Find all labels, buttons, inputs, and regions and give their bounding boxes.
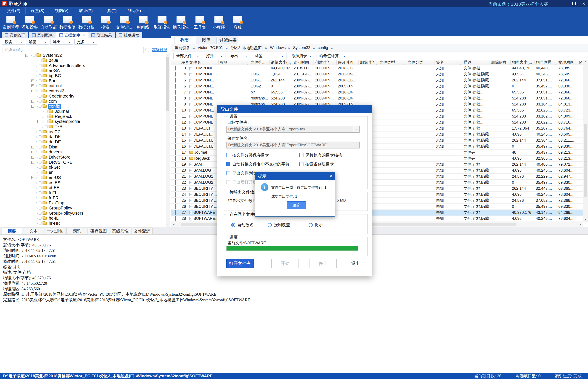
row-checkbox[interactable] [175, 174, 175, 179]
main-tab-取证结果[interactable]: 取证结果 [88, 32, 115, 38]
tree-item-DriverStore[interactable]: +DriverStore [0, 155, 165, 160]
tree-item-he-IL[interactable]: he-IL [0, 216, 165, 221]
dialog-checkbox-自动转换文件名中不支持的字符[interactable]: 自动转换文件名中不支持的字符 [226, 161, 289, 167]
tree-checkbox[interactable] [39, 141, 42, 143]
tree-checkbox[interactable] [39, 79, 42, 82]
dialog-radio-强制覆盖[interactable]: 强制覆盖 [268, 222, 290, 228]
breadcrumb-item[interactable]: Victor_PC.E01 [197, 46, 223, 50]
tree-checkbox[interactable] [39, 135, 42, 138]
action-button-标签[interactable]: 标签 [252, 53, 286, 59]
column-header-物理大小(...[interactable]: 物理大小(... [511, 60, 535, 65]
tree-checkbox[interactable] [39, 166, 42, 169]
tree-item-es-ES[interactable]: es-ES [0, 180, 165, 185]
column-header-访问时间[interactable]: 访问时间 [292, 60, 314, 65]
main-tab-案例管理[interactable]: 案例管理 [2, 32, 28, 38]
tree-checkbox[interactable] [39, 105, 42, 108]
tree-item-GroupPolicy[interactable]: GroupPolicy [0, 205, 165, 211]
toolbar-button-客服[interactable]: 客服 [228, 14, 247, 31]
tree-item-com[interactable]: +com [0, 99, 165, 104]
breadcrumb-item[interactable]: Windows [270, 46, 286, 50]
row-checkbox[interactable] [175, 162, 175, 167]
row-checkbox[interactable] [175, 156, 175, 161]
toolbar-button-数据分析[interactable]: 数据分析 [77, 14, 96, 31]
dialog-button-开始[interactable]: 开始 [271, 259, 299, 268]
table-vertical-scrollbar[interactable]: ▲ ▼ [583, 60, 588, 222]
tree-item-bg-BG[interactable]: bg-BG [0, 73, 165, 79]
tree-checkbox[interactable] [39, 212, 42, 215]
tree-checkbox[interactable] [39, 90, 42, 92]
tree-checkbox[interactable] [45, 115, 48, 118]
column-header-物理扇区[interactable]: 物理扇区 [557, 60, 578, 65]
tree-expander-icon[interactable]: + [31, 79, 34, 82]
tree-scroll-thumb[interactable] [166, 57, 169, 111]
action-button-打开[interactable]: 打开 [203, 53, 225, 59]
tree-expander-icon[interactable]: + [31, 161, 34, 164]
dialog-checkbox-保持原有的目录结构[interactable]: 保持原有的目录结构 [299, 152, 342, 158]
tree-item-RegBack[interactable]: RegBack [0, 114, 165, 119]
table-row[interactable]: 5COMPON...LOG1262,1442009-07-...2009-07-… [171, 77, 583, 83]
advanced-filter-link[interactable]: 高级过滤 [152, 47, 167, 52]
column-header-序号[interactable]: 序号 [180, 60, 188, 65]
column-header-删除信息[interactable]: 删除信息 [490, 60, 511, 65]
browse-button[interactable]: ... [353, 126, 360, 133]
tree-checkbox[interactable] [39, 156, 42, 158]
tree-checkbox[interactable] [39, 186, 42, 189]
toolbar-button-工具集[interactable]: 工具集 [191, 14, 209, 31]
dialog-button-退出[interactable]: 退出 [342, 259, 369, 268]
tab-close-icon[interactable] [82, 33, 85, 37]
tree-item-fi-FI[interactable]: fi-FI [0, 190, 165, 195]
tree-item-0409[interactable]: 0409 [0, 58, 165, 63]
row-checkbox[interactable] [175, 78, 175, 82]
row-checkbox[interactable] [175, 132, 175, 137]
table-vscroll-thumb[interactable] [584, 124, 587, 197]
main-tab-案例概览[interactable]: 案例概览 [29, 32, 56, 38]
column-header-文件类型[interactable]: 文件类型 [378, 60, 406, 65]
menu-item-文件(F)[interactable]: 文件(F) [2, 7, 26, 14]
row-checkbox[interactable] [175, 108, 175, 112]
column-header-物理位置[interactable]: 物理位置 [535, 60, 557, 65]
breadcrumb-item[interactable]: 分区3_本地磁盘[E] [230, 45, 263, 50]
toolbar-button-自动取证[interactable]: 自动取证 [39, 14, 58, 31]
tree-expander-icon[interactable]: + [31, 146, 34, 148]
save-name-input[interactable]: D:\新建文件夹\2018美亚杯个人赛\ExportFile\SOFTWARE [226, 142, 360, 148]
toolbar-button-摘录报告[interactable]: 摘录报告 [172, 14, 191, 31]
tree-checkbox[interactable] [39, 197, 42, 199]
tree-expander-icon[interactable]: + [31, 100, 34, 103]
breadcrumb-item[interactable]: System32 [293, 46, 310, 50]
column-header-描述[interactable]: 描述 [462, 60, 490, 65]
tree-checkbox[interactable] [39, 146, 42, 148]
dialog-checkbox-按文件分类保存目录[interactable]: 按文件分类保存目录 [226, 152, 269, 158]
row-checkbox[interactable] [175, 72, 175, 77]
tree-checkbox[interactable] [39, 217, 42, 220]
tree-item-hr-HR[interactable]: hr-HR [0, 221, 165, 226]
detail-tab-高级属性[interactable]: 高级属性 [110, 228, 131, 234]
view-tab-列表[interactable]: 列表 [174, 36, 195, 44]
tree-item-Journal[interactable]: Journal [0, 109, 165, 114]
tree-checkbox[interactable] [39, 59, 42, 62]
tree-checkbox[interactable] [45, 120, 48, 123]
detail-tab-磁盘视图[interactable]: 磁盘视图 [88, 228, 109, 234]
dialog-radio-自动改名[interactable]: 自动改名 [231, 222, 254, 228]
tree-checkbox[interactable] [39, 191, 42, 194]
filter-input[interactable] [2, 47, 142, 53]
row-checkbox[interactable] [175, 198, 175, 203]
tree-toolbar-button-导出[interactable]: 导出 [50, 39, 73, 45]
tree-checkbox[interactable] [39, 64, 42, 67]
tree-item-AdvancedInstallers[interactable]: AdvancedInstallers [0, 63, 165, 68]
row-checkbox[interactable] [175, 168, 175, 173]
column-header-签名[interactable]: 签名 [435, 60, 462, 65]
row-checkbox[interactable] [175, 126, 175, 131]
tree-item-da-DK[interactable]: da-DK [0, 134, 165, 140]
row-checkbox[interactable] [175, 66, 175, 70]
column-header-逻辑大小(...[interactable]: 逻辑大小(... [270, 60, 292, 65]
tree-expander-icon[interactable]: − [25, 54, 28, 57]
detail-tab-文件溯源[interactable]: 文件溯源 [131, 228, 153, 234]
tree-checkbox[interactable] [39, 222, 42, 225]
table-row[interactable]: 8COMPONE...regtrans...524,2882009-07-...… [171, 95, 583, 101]
tree-checkbox[interactable] [39, 202, 42, 204]
tree-expander-icon[interactable]: + [31, 156, 34, 158]
row-checkbox[interactable] [175, 204, 175, 209]
scroll-up-icon[interactable]: ▲ [583, 61, 588, 63]
tree-item-ar-SA[interactable]: ar-SA [0, 68, 165, 73]
column-header-标签[interactable]: 标签 [219, 60, 249, 65]
